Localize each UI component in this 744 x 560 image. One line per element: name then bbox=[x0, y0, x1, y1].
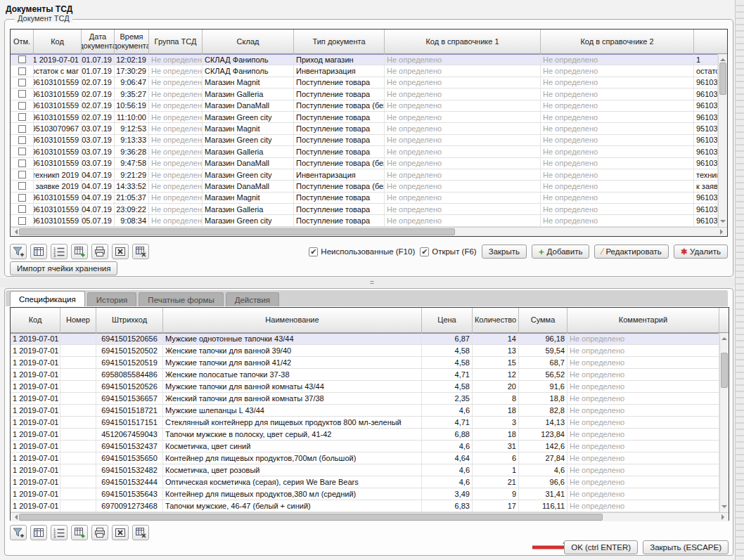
row-checkbox[interactable] bbox=[18, 56, 26, 63]
row-checkbox[interactable] bbox=[18, 102, 26, 110]
table-row[interactable]: к заявке 2019 04.07.19 14:33:52 Не опред… bbox=[11, 181, 727, 192]
table-row[interactable]: 1 2019-07-01 6958085584486 Женские полос… bbox=[11, 369, 729, 381]
col-header-ref1[interactable]: Код в справочнике 1 bbox=[385, 30, 541, 53]
table-row[interactable]: 96103101559 02.07.19 9:35:27 Не определе… bbox=[11, 89, 727, 100]
table-row[interactable]: 96103101559 02.07.19 9:06:47 Не определе… bbox=[11, 77, 727, 89]
col-header-price[interactable]: Цена bbox=[422, 308, 473, 332]
scroll-left-icon[interactable] bbox=[12, 229, 18, 235]
row-checkbox[interactable] bbox=[18, 205, 26, 213]
scroll-right-icon[interactable] bbox=[720, 229, 726, 235]
col-header-mark[interactable]: Отм. bbox=[11, 30, 34, 53]
table-row[interactable]: 96103101559 05.07.19 9:08:34 Не определе… bbox=[11, 215, 727, 226]
col-header-warehouse[interactable]: Склад bbox=[203, 30, 294, 53]
table-add-icon[interactable] bbox=[71, 525, 88, 540]
import-storage-cell-button[interactable]: Импорт ячейки хранения bbox=[10, 261, 117, 275]
scroll-down-icon[interactable] bbox=[721, 505, 727, 511]
table-row[interactable]: 95103070967 03.07.19 9:12:53 Не определе… bbox=[11, 123, 727, 134]
col-header-time[interactable]: Время документа bbox=[115, 30, 149, 53]
tab-specification[interactable]: Спецификация bbox=[10, 291, 85, 306]
table-row[interactable]: 96103101559 03.07.19 9:36:28 Не определе… bbox=[11, 146, 727, 157]
col-header-comment[interactable]: Комментарий bbox=[567, 308, 719, 332]
table-row[interactable]: 1 2019-07-01 6941501535643 Контейнер для… bbox=[11, 488, 729, 500]
table-row[interactable]: 1 2019-07-01 6941501517151 Стеклянный ко… bbox=[11, 417, 729, 429]
table-row[interactable]: 1 2019-07-01 6941501520502 Женские тапоч… bbox=[11, 345, 729, 357]
row-checkbox[interactable] bbox=[18, 67, 26, 75]
vertical-scrollbar[interactable] bbox=[718, 54, 727, 227]
print-icon[interactable] bbox=[91, 244, 108, 259]
scrollbar-thumb[interactable] bbox=[719, 63, 726, 95]
numbered-list-icon[interactable]: 123 bbox=[51, 525, 68, 540]
table-row[interactable]: 1 2019-07-01 6941501520526 Мужские тапоч… bbox=[11, 381, 729, 393]
table-row[interactable]: 96103101559 02.07.19 11:10:00 Не определ… bbox=[11, 112, 727, 123]
row-checkbox[interactable] bbox=[18, 113, 26, 121]
table-row[interactable]: 1 2019-07-01 01.07.19 12:02:19 Не опреде… bbox=[11, 54, 727, 65]
unused-checkbox[interactable]: ✔ bbox=[309, 247, 318, 256]
table-row[interactable]: 1 2019-07-01 6941501520519 Мужские тапоч… bbox=[11, 357, 729, 369]
add-button[interactable]: +Добавить bbox=[532, 245, 589, 259]
col-header-qty[interactable]: Количество bbox=[473, 308, 519, 332]
delete-button[interactable]: ✱Удалить bbox=[674, 245, 728, 259]
close-button[interactable]: Закрыть bbox=[482, 245, 527, 259]
print-icon[interactable] bbox=[91, 525, 108, 540]
filter-icon[interactable] bbox=[10, 244, 27, 259]
table-row[interactable]: техникп 2019 04.07.19 9:21:29 Не определ… bbox=[11, 169, 727, 181]
table-delete-icon[interactable] bbox=[132, 525, 149, 540]
row-checkbox[interactable] bbox=[18, 79, 26, 86]
table-row[interactable]: 96103101559 03.07.19 9:47:58 Не определе… bbox=[11, 158, 727, 169]
table-delete-icon[interactable] bbox=[132, 244, 149, 259]
col-header-barcode[interactable]: Штрихкод bbox=[96, 308, 163, 332]
table-row[interactable]: 1 2019-07-01 6970091273468 Тапочки мужск… bbox=[11, 500, 729, 512]
scroll-down-icon[interactable] bbox=[720, 220, 726, 226]
col-header-date[interactable]: Дата документа bbox=[82, 30, 115, 53]
table-row[interactable]: 1 2019-07-01 6941501532444 Оптическая ко… bbox=[11, 476, 729, 488]
row-checkbox[interactable] bbox=[18, 217, 26, 225]
scroll-up-icon[interactable] bbox=[721, 334, 727, 340]
excel-export-icon[interactable] bbox=[112, 525, 129, 540]
row-checkbox[interactable] bbox=[18, 90, 26, 98]
row-checkbox[interactable] bbox=[18, 182, 26, 190]
table-row[interactable]: 1 2019-07-01 6941501535650 Контейнер для… bbox=[11, 452, 729, 464]
horizontal-scrollbar[interactable] bbox=[11, 227, 727, 236]
table-row[interactable]: 1 2019-07-01 6941501518721 Мужские шлепа… bbox=[11, 405, 729, 417]
row-checkbox[interactable] bbox=[18, 159, 26, 167]
horizontal-scrollbar[interactable] bbox=[11, 512, 729, 521]
table-row[interactable]: 1 2019-07-01 6941501532437 Косметичка, ц… bbox=[11, 441, 729, 452]
col-header-code[interactable]: Код bbox=[11, 308, 60, 332]
columns-icon[interactable] bbox=[30, 244, 47, 259]
row-checkbox[interactable] bbox=[18, 136, 26, 144]
close-escape-button[interactable]: Закрыть (ESCAPE) bbox=[643, 540, 729, 554]
tab-history[interactable]: История bbox=[87, 292, 137, 306]
col-header-name[interactable]: Наименование bbox=[163, 308, 422, 332]
filter-icon[interactable] bbox=[10, 525, 27, 540]
scroll-left-icon[interactable] bbox=[12, 514, 18, 520]
ok-button[interactable]: OK (ctrl ENTER) bbox=[564, 540, 638, 554]
table-row[interactable]: 1 2019-07-01 6941501520656 Мужские однот… bbox=[11, 333, 729, 345]
table-row[interactable]: 96103101559 02.07.19 10:56:19 Не определ… bbox=[11, 100, 727, 112]
scroll-up-icon[interactable] bbox=[720, 56, 726, 61]
col-header-doctype[interactable]: Тип документа bbox=[294, 30, 385, 53]
edit-button[interactable]: ⁄Редактировать bbox=[594, 245, 668, 259]
col-header-code[interactable]: Код bbox=[34, 30, 82, 53]
scrollbar-thumb[interactable] bbox=[19, 228, 455, 235]
col-header-number[interactable]: Номер bbox=[60, 308, 96, 332]
table-row[interactable]: 96103101559 04.07.19 21:05:37 Не определ… bbox=[11, 193, 727, 204]
col-header-group[interactable]: Группа ТСД bbox=[149, 30, 203, 53]
table-row[interactable]: остаток с маг 01.07.19 17:30:29 Не опред… bbox=[11, 65, 727, 77]
table-add-icon[interactable] bbox=[71, 244, 88, 259]
table-row[interactable]: 1 2019-07-01 6941501536657 Женский тапоч… bbox=[11, 393, 729, 405]
row-checkbox[interactable] bbox=[18, 171, 26, 178]
row-checkbox[interactable] bbox=[18, 125, 26, 133]
tab-print-forms[interactable]: Печатные формы bbox=[139, 292, 223, 306]
excel-export-icon[interactable] bbox=[112, 244, 129, 259]
scroll-right-icon[interactable] bbox=[721, 514, 727, 520]
open-checkbox[interactable]: ✔ bbox=[420, 247, 429, 256]
col-header-sum[interactable]: Сумма bbox=[519, 308, 567, 332]
panel-splitter[interactable]: = bbox=[0, 278, 744, 287]
table-row[interactable]: 1 2019-07-01 4512067459043 Тапочки мужск… bbox=[11, 429, 729, 441]
scrollbar-thumb[interactable] bbox=[19, 514, 603, 521]
table-row[interactable]: 1 2019-07-01 6941501532482 Косметичка, ц… bbox=[11, 464, 729, 476]
row-checkbox[interactable] bbox=[18, 194, 26, 202]
tab-actions[interactable]: Действия bbox=[226, 292, 279, 306]
scrollbar-thumb[interactable] bbox=[721, 353, 728, 388]
numbered-list-icon[interactable]: 123 bbox=[51, 244, 68, 259]
